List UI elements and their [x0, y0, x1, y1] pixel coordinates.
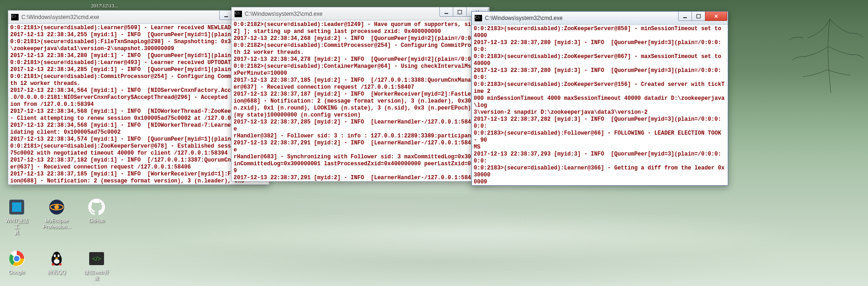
- terminal-line: 2017-12-13 22:38:37,293 [myid:3] - INFO …: [474, 151, 726, 165]
- cmd-window-2[interactable]: C:\Windows\system32\cmd.exe 0:0:2182>(se…: [231, 7, 489, 182]
- terminal-line: 0:0:2181>(secure=disabled):FileTxnSnapLo…: [10, 39, 267, 46]
- icon-label: 腾讯QQ: [43, 269, 71, 275]
- terminal-line: 0:0:2182>(secure=disabled):CommitProcess…: [234, 42, 487, 49]
- terminal-output[interactable]: 0:0:2181>(secure=disabled):Learner@509] …: [8, 24, 269, 184]
- terminal-line: (my state)100000000 (n.config version): [234, 112, 487, 119]
- terminal-line: th 12 worker threads.: [10, 80, 267, 87]
- titlebar[interactable]: C:\Windows\system32\cmd.exe: [232, 7, 489, 20]
- terminal-line: 2017-12-13 22:38:34,568 [myid:1] - INFO …: [10, 108, 267, 115]
- svg-text:</>: </>: [92, 255, 101, 262]
- cmd-icon: [475, 15, 482, 21]
- svg-rect-7: [12, 202, 21, 212]
- terminal-line: 2017-12-13 22:38:34,564 [myid:1] - INFO …: [10, 87, 267, 94]
- desktop-icons-row-1: WIN7激活工 具 MyEclipse Profession... GitHub: [3, 198, 111, 236]
- terminal-line: 2017-12-13 22:38:34,285 [myid:1] - INFO …: [10, 66, 267, 73]
- titlebar[interactable]: C:\Windows\system32\cmd.exe: [8, 11, 269, 24]
- desktop-icon-google-chrome[interactable]: Google: [3, 249, 31, 281]
- terminal-line: 0:0:2183>(secure=disabled):Follower@66] …: [474, 130, 726, 144]
- terminal-line: ion from /127.0.0.1:58394: [10, 101, 267, 108]
- code-icon: </>: [87, 249, 106, 268]
- svg-rect-0: [224, 16, 228, 17]
- svg-point-19: [55, 258, 58, 259]
- svg-rect-5: [697, 14, 700, 18]
- maximize-button[interactable]: [692, 12, 705, 21]
- terminal-line: 2017-12-13 22:38:37,185 [myid:2] - INFO …: [234, 77, 487, 84]
- terminal-line: 9: [234, 168, 487, 175]
- terminal-line: 0:0:2183>(secure=disabled):ZooKeeperServ…: [474, 81, 726, 95]
- terminal-line: 2017-12-13 22:38:34,278 [myid:2] - INFO …: [234, 56, 487, 63]
- cmd-icon: [235, 11, 242, 17]
- cmd-window-3[interactable]: C:\Windows\system32\cmd.exe 0:0:2183>(se…: [471, 11, 728, 186]
- terminal-line: 2017-12-13 22:38:34,568 [myid:1] - INFO …: [10, 122, 267, 129]
- cmd-window-1[interactable]: C:\Windows\system32\cmd.exe 0:0:2181>(se…: [8, 10, 269, 185]
- terminal-line: 2017-12-13 22:38:37,291 [myid:2] - INFO …: [234, 175, 487, 181]
- terminal-line: ion@688] - Notification: 2 (message form…: [10, 178, 267, 184]
- terminal-line: - Client attempting to renew session 0x1…: [10, 115, 267, 122]
- terminal-line: 2017-12-13 22:38:34,280 [myid:1] - INFO …: [10, 52, 267, 59]
- desktop-shortcut-label: 2017\12\13...: [91, 3, 118, 8]
- window-title: C:\Windows\system32\cmd.exe: [21, 14, 220, 20]
- terminal-output[interactable]: 0:0:2183>(secure=disabled):ZooKeeperServ…: [472, 25, 728, 185]
- terminal-line: MS: [474, 144, 726, 151]
- terminal-line: 2017-12-13 22:38:34,255 [myid:1] - INFO …: [10, 32, 267, 39]
- terminal-line: 0:0:2181>(secure=disabled):Learner@493] …: [10, 59, 267, 66]
- terminal-line: n.zxid), 0x1 (n.round), LOOKING (n.state…: [234, 105, 487, 112]
- terminal-line: 0:0:2181>(secure=disabled):Learner@509] …: [10, 25, 267, 32]
- terminal-line: 2017-12-13 22:38:37,185 [myid:1] - INFO …: [10, 171, 267, 178]
- terminal-line: 75c0002 with negotiated timeout 40000 fo…: [10, 150, 267, 157]
- generic-app-icon: [7, 198, 26, 216]
- icon-label: GitHub: [83, 218, 111, 224]
- terminal-line: 0:0:2183>(secure=disabled):Learner@366] …: [474, 165, 726, 179]
- terminal-line: 3\version-2 snapdir D:\zookeeperjava\dat…: [474, 109, 726, 116]
- terminal-line: 2017-12-13 22:38:37,285 [myid:2] - INFO …: [234, 119, 487, 133]
- svg-point-18: [58, 254, 59, 257]
- terminal-line: 2017-12-13 22:38:37,291 [myid:2] - INFO …: [234, 140, 487, 154]
- terminal-line: 2017-12-13 22:38:37,187 [myid:2] - INFO …: [234, 91, 487, 98]
- qq-icon: [47, 249, 66, 268]
- github-icon: [87, 198, 106, 216]
- desktop-icon-github[interactable]: GitHub: [83, 198, 111, 236]
- terminal-line: inCommittedLog=0x300000001 lastProcessed…: [234, 161, 487, 168]
- terminal-line: xPerMinute=10000: [234, 70, 487, 77]
- terminal-line: er@637] - Received connection request /1…: [234, 84, 487, 91]
- minimize-button[interactable]: [439, 7, 453, 17]
- terminal-line: 2017-12-13 22:38:34,268 [myid:2] - INFO …: [234, 35, 487, 42]
- terminal-line: 000 minSessionTimeout 4000 maxSessionTim…: [474, 95, 726, 109]
- terminal-line: 0:0:2183>(secure=disabled):ZooKeeperServ…: [474, 53, 726, 67]
- terminal-line: rHandler@382] - Follower sid: 3 : info :…: [234, 133, 487, 140]
- icon-label: Google: [3, 269, 31, 275]
- terminal-line: .0/0.0.0.0:2181:NIOServerCnxnFactory$Acc…: [10, 94, 267, 101]
- terminal-line: 0009: [474, 179, 726, 185]
- terminal-line: th 12 worker threads.: [234, 49, 487, 56]
- svg-point-10: [54, 205, 59, 209]
- terminal-output[interactable]: 0:0:2182>(secure=disabled):Leader@1249] …: [232, 20, 489, 181]
- minimize-button[interactable]: [678, 12, 692, 21]
- terminal-line: 0:0:2181>(secure=disabled):CommitProcess…: [10, 73, 267, 80]
- terminal-line: 0:0:2181>(secure=disabled):ZooKeeperServ…: [10, 143, 267, 150]
- titlebar[interactable]: C:\Windows\system32\cmd.exe: [472, 12, 728, 25]
- terminal-line: 0:0:2182>(secure=disabled):Leader@1249] …: [234, 21, 487, 28]
- window-title: C:\Windows\system32\cmd.exe: [485, 15, 679, 21]
- desktop-icon-myeclipse[interactable]: MyEclipse Profession...: [43, 198, 71, 236]
- icon-label: WIN7激活工 具: [3, 218, 31, 236]
- desktop-icon-win7-activator[interactable]: WIN7激活工 具: [3, 198, 31, 236]
- terminal-line: \zookeeperjava\data1\version-2\snapshot.…: [10, 46, 267, 52]
- myeclipse-icon: [47, 198, 66, 216]
- terminal-line: 2] ]; starting up and setting last proce…: [234, 28, 487, 35]
- terminal-line: 0:0:2182>(secure=disabled):ContainerMana…: [234, 63, 487, 70]
- window-title: C:\Windows\system32\cmd.exe: [245, 11, 440, 17]
- svg-point-13: [14, 256, 20, 261]
- terminal-line: 2017-12-13 22:38:37,280 [myid:3] - INFO …: [474, 39, 726, 53]
- svg-point-17: [54, 254, 56, 257]
- maximize-button[interactable]: [453, 7, 467, 17]
- terminal-line: 0:0:2183>(secure=disabled):ZooKeeperServ…: [474, 26, 726, 39]
- icon-label: 微信web开发: [83, 269, 111, 281]
- terminal-line: 2017-12-13 22:38:34,574 [myid:1] - INFO …: [10, 136, 267, 143]
- desktop-icon-tencent-qq[interactable]: 腾讯QQ: [43, 249, 71, 281]
- desktop-icon-wechat-dev[interactable]: </> 微信web开发: [83, 249, 111, 281]
- svg-rect-4: [683, 17, 687, 18]
- terminal-line: idating client: 0x100005ad75c0002: [10, 129, 267, 136]
- terminal-line: er@637] - Received connection request /1…: [10, 164, 267, 171]
- close-button[interactable]: [705, 12, 727, 21]
- window-controls: [679, 12, 727, 21]
